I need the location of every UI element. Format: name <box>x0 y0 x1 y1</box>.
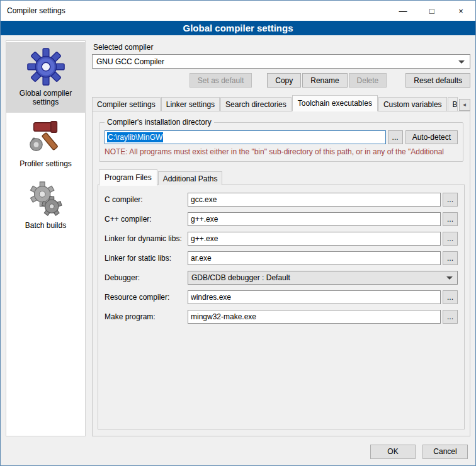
sidebar-item-label: Profiler settings <box>20 159 72 168</box>
cancel-button[interactable]: Cancel <box>422 445 468 459</box>
make-program-row: Make program: ... <box>105 310 458 324</box>
rename-button[interactable]: Rename <box>302 73 347 88</box>
dialog-body: Global compiler settings Profiler settin… <box>1 35 475 441</box>
installation-directory-group: Compiler's installation directory C:\ray… <box>99 118 463 162</box>
resource-compiler-label: Resource compiler: <box>105 293 188 302</box>
tab-scroll-left-icon[interactable]: ◄ <box>459 99 470 111</box>
c-compiler-label: C compiler: <box>105 195 188 204</box>
settings-tabstrip: Compiler settings Linker settings Search… <box>92 95 470 111</box>
tab-program-files[interactable]: Program Files <box>99 169 157 186</box>
static-linker-label: Linker for static libs: <box>105 254 188 263</box>
debugger-select-value: GDB/CDB debugger : Default <box>191 273 290 282</box>
bin-subdirectory-note: NOTE: All programs must exist either in … <box>105 147 458 156</box>
settings-sidebar: Global compiler settings Profiler settin… <box>6 40 86 436</box>
ok-button[interactable]: OK <box>370 445 416 459</box>
installation-directory-row: C:\raylib\MinGW ... Auto-detect <box>105 130 458 144</box>
compiler-select-value: GNU GCC Compiler <box>96 57 164 66</box>
static-linker-row: Linker for static libs: ... <box>105 251 458 265</box>
chevron-down-icon <box>446 276 453 280</box>
tab-build-options[interactable]: Build <box>448 97 458 111</box>
sidebar-item-label: Global compiler settings <box>9 89 82 106</box>
sidebar-item-profiler-settings[interactable]: Profiler settings <box>6 113 85 174</box>
maximize-button[interactable]: □ <box>417 1 446 21</box>
auto-detect-button[interactable]: Auto-detect <box>405 130 458 144</box>
cpp-compiler-label: C++ compiler: <box>105 215 188 224</box>
profiler-hammer-icon <box>26 118 65 157</box>
make-program-label: Make program: <box>105 312 188 321</box>
set-as-default-button: Set as default <box>190 73 252 88</box>
installation-directory-legend: Compiler's installation directory <box>105 118 214 127</box>
tab-toolchain-executables[interactable]: Toolchain executables <box>292 95 378 111</box>
resource-compiler-input[interactable] <box>188 290 441 304</box>
dynamic-linker-label: Linker for dynamic libs: <box>105 234 188 243</box>
dialog-footer: OK Cancel <box>1 441 475 465</box>
make-program-browse-button[interactable]: ... <box>443 310 458 324</box>
tab-custom-variables[interactable]: Custom variables <box>378 97 447 111</box>
copy-button[interactable]: Copy <box>267 73 301 88</box>
reset-defaults-button[interactable]: Reset defaults <box>405 73 470 88</box>
debugger-label: Debugger: <box>105 273 188 282</box>
tab-scroll-buttons: ◄ ► <box>458 99 470 111</box>
sidebar-item-global-compiler-settings[interactable]: Global compiler settings <box>6 42 85 113</box>
sidebar-item-label: Batch builds <box>25 221 66 230</box>
dynamic-linker-browse-button[interactable]: ... <box>443 232 458 246</box>
chevron-down-icon <box>458 60 465 64</box>
installation-directory-input[interactable]: C:\raylib\MinGW <box>105 130 386 144</box>
delete-button: Delete <box>349 73 387 88</box>
make-program-input[interactable] <box>188 310 441 324</box>
compiler-settings-window: Compiler settings — □ × Global compiler … <box>0 0 476 466</box>
cpp-compiler-input[interactable] <box>188 212 441 226</box>
sidebar-item-batch-builds[interactable]: Batch builds <box>6 174 85 236</box>
selected-compiler-label: Selected compiler <box>93 43 470 52</box>
titlebar: Compiler settings — □ × <box>1 1 475 21</box>
compiler-select[interactable]: GNU GCC Compiler <box>92 54 470 69</box>
close-button[interactable]: × <box>446 1 475 21</box>
tab-additional-paths[interactable]: Additional Paths <box>158 171 223 185</box>
page-title: Global compiler settings <box>1 21 475 35</box>
c-compiler-row: C compiler: ... <box>105 193 458 207</box>
debugger-select[interactable]: GDB/CDB debugger : Default <box>188 271 458 285</box>
blue-gear-icon <box>26 47 65 86</box>
window-controls: — □ × <box>388 1 475 21</box>
dynamic-linker-input[interactable] <box>188 232 441 246</box>
main-panel: Selected compiler GNU GCC Compiler Set a… <box>92 40 470 436</box>
resource-compiler-row: Resource compiler: ... <box>105 290 458 304</box>
minimize-button[interactable]: — <box>388 1 417 21</box>
tab-search-directories[interactable]: Search directories <box>220 97 292 111</box>
resource-compiler-browse-button[interactable]: ... <box>443 290 458 304</box>
browse-directory-button[interactable]: ... <box>388 130 403 144</box>
debugger-row: Debugger: GDB/CDB debugger : Default <box>105 271 458 285</box>
program-files-panel: C compiler: ... C++ compiler: ... Linker… <box>98 185 465 429</box>
toolchain-executables-page: Compiler's installation directory C:\ray… <box>92 111 470 436</box>
window-title: Compiler settings <box>1 6 388 15</box>
static-linker-browse-button[interactable]: ... <box>443 251 458 265</box>
gray-gears-icon <box>26 179 65 219</box>
cpp-compiler-browse-button[interactable]: ... <box>443 212 458 226</box>
tab-compiler-settings[interactable]: Compiler settings <box>92 97 161 111</box>
installation-directory-value: C:\raylib\MinGW <box>107 132 163 142</box>
compiler-buttons: Set as default Copy Rename Delete Reset … <box>92 73 470 88</box>
static-linker-input[interactable] <box>188 251 441 265</box>
c-compiler-input[interactable] <box>188 193 441 207</box>
tab-linker-settings[interactable]: Linker settings <box>161 97 220 111</box>
c-compiler-browse-button[interactable]: ... <box>443 193 458 207</box>
dynamic-linker-row: Linker for dynamic libs: ... <box>105 232 458 246</box>
cpp-compiler-row: C++ compiler: ... <box>105 212 458 226</box>
program-files-tabstrip: Program Files Additional Paths <box>98 169 465 185</box>
